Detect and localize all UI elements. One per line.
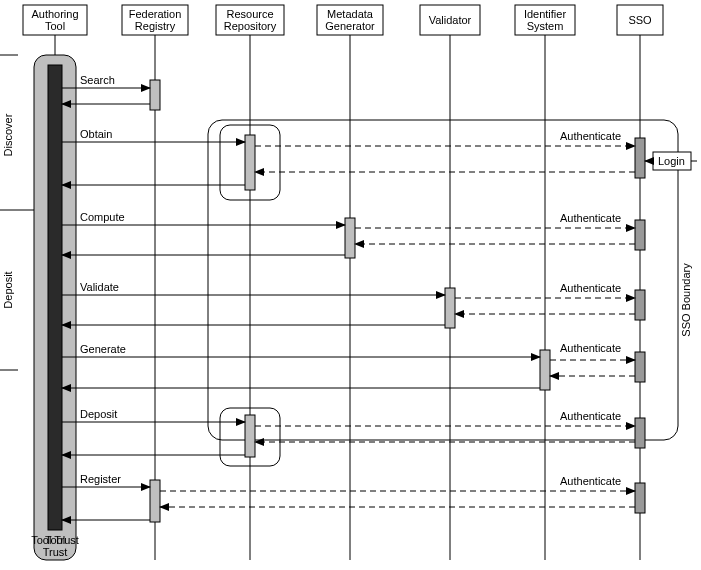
svg-text:Authenticate: Authenticate xyxy=(560,212,621,224)
svg-text:ResourceRepository: ResourceRepository xyxy=(224,8,277,32)
msg-deposit: Deposit xyxy=(80,408,117,420)
msg-validate: Validate xyxy=(80,281,119,293)
msg-search: Search xyxy=(80,74,115,86)
svg-rect-35 xyxy=(635,220,645,250)
authoring-activation xyxy=(48,65,62,530)
activation-federation-register xyxy=(150,480,160,522)
activation-sso-1 xyxy=(635,138,645,178)
svg-text:Authenticate: Authenticate xyxy=(560,282,621,294)
phase-deposit: Deposit xyxy=(2,271,14,308)
svg-text:Authenticate: Authenticate xyxy=(560,475,621,487)
participant-header-metadata: MetadataGenerator xyxy=(317,5,383,35)
activation-validator xyxy=(445,288,455,328)
sequence-diagram: AuthoringTool FederationRegistry Resourc… xyxy=(0,0,701,570)
activation-metadata xyxy=(345,218,355,258)
phase-discover: Discover xyxy=(2,113,14,156)
svg-text:Authenticate: Authenticate xyxy=(560,410,621,422)
svg-rect-54 xyxy=(635,418,645,448)
svg-text:MetadataGenerator: MetadataGenerator xyxy=(325,8,375,32)
participant-header-validator: Validator xyxy=(420,5,480,35)
svg-text:Validator: Validator xyxy=(429,14,472,26)
svg-text:IdentifierSystem: IdentifierSystem xyxy=(524,8,567,32)
msg-auth-1: Authenticate xyxy=(560,130,621,142)
svg-text:Authenticate: Authenticate xyxy=(560,342,621,354)
svg-text:ToolTrust: ToolTrust xyxy=(43,534,68,558)
svg-text:SSO: SSO xyxy=(628,14,652,26)
sso-boundary xyxy=(208,120,678,440)
svg-rect-41 xyxy=(635,290,645,320)
participant-header-resource: ResourceRepository xyxy=(216,5,284,35)
login-label: Login xyxy=(658,155,685,167)
msg-compute: Compute xyxy=(80,211,125,223)
participant-header-sso: SSO xyxy=(617,5,663,35)
msg-obtain: Obtain xyxy=(80,128,112,140)
activation-federation-search xyxy=(150,80,160,110)
svg-text:FederationRegistry: FederationRegistry xyxy=(129,8,182,32)
activation-resource-deposit xyxy=(245,415,255,457)
participant-header-authoring: AuthoringTool xyxy=(23,5,87,35)
activation-resource-obtain xyxy=(245,135,255,190)
activation-identifier xyxy=(540,350,550,390)
participant-header-federation: FederationRegistry xyxy=(122,5,188,35)
svg-rect-60 xyxy=(635,483,645,513)
sso-boundary-label: SSO Boundary xyxy=(680,263,692,337)
participant-header-identifier: IdentifierSystem xyxy=(515,5,575,35)
msg-register: Register xyxy=(80,473,121,485)
msg-generate: Generate xyxy=(80,343,126,355)
svg-rect-47 xyxy=(635,352,645,382)
